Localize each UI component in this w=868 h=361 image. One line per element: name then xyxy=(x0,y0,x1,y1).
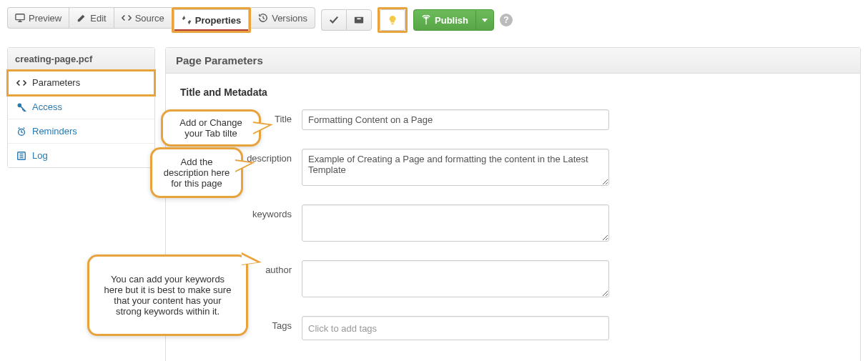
sidebar-item-label: Parameters xyxy=(32,77,80,88)
callout-title: Add or Change your Tab tilte xyxy=(161,109,261,147)
svg-rect-2 xyxy=(357,18,360,19)
preview-label: Preview xyxy=(29,13,61,24)
input-title[interactable] xyxy=(302,109,609,130)
key-icon xyxy=(16,102,26,112)
row-keywords: keywords xyxy=(180,204,846,242)
sidebar-item-parameters[interactable]: Parameters xyxy=(8,71,154,95)
edit-button[interactable]: Edit xyxy=(69,7,113,29)
svg-point-3 xyxy=(425,17,427,19)
tools-icon xyxy=(182,15,192,25)
svg-rect-0 xyxy=(16,14,24,20)
sidebar-item-label: Log xyxy=(32,150,48,161)
inbox-icon xyxy=(354,15,364,25)
antenna-icon xyxy=(421,15,431,25)
lightbulb-button[interactable] xyxy=(380,9,405,31)
versions-label: Versions xyxy=(272,13,307,24)
properties-highlight: Properties xyxy=(172,7,251,33)
sidebar: creating-page.pcf Parameters Access Remi… xyxy=(7,47,155,168)
view-mode-group: Preview Edit Source Properties xyxy=(7,7,315,33)
callout-description: Add the description here for this page xyxy=(150,147,243,198)
label-keywords: keywords xyxy=(180,204,302,219)
edit-label: Edit xyxy=(90,13,106,24)
source-label: Source xyxy=(135,13,164,24)
callout-keywords: You can add your keywords here but it is… xyxy=(87,254,248,336)
help-icon[interactable]: ? xyxy=(500,14,513,26)
publish-label: Publish xyxy=(435,15,468,26)
row-tags: Tags Click to add tags xyxy=(180,316,846,340)
check-button[interactable] xyxy=(321,9,346,31)
row-author: author xyxy=(180,260,846,297)
section-title: Title and Metadata xyxy=(180,86,846,98)
input-tags[interactable]: Click to add tags xyxy=(302,316,609,340)
caret-down-icon xyxy=(482,19,488,22)
input-author[interactable] xyxy=(302,260,609,297)
check-icon xyxy=(329,15,339,25)
code-icon xyxy=(122,13,132,23)
callout-text: You can add your keywords here but it is… xyxy=(104,274,232,317)
callout-text: Add or Change your Tab tilte xyxy=(179,117,242,139)
sidebar-item-log[interactable]: Log xyxy=(8,144,154,167)
properties-button[interactable]: Properties xyxy=(174,9,249,31)
sidebar-item-access[interactable]: Access xyxy=(8,95,154,119)
sidebar-item-label: Reminders xyxy=(32,126,77,137)
publish-dropdown-button[interactable] xyxy=(475,9,494,31)
row-title: Title xyxy=(180,109,846,130)
sidebar-filename: creating-page.pcf xyxy=(8,48,154,71)
input-keywords[interactable] xyxy=(302,204,609,242)
publish-group: Publish xyxy=(413,9,494,31)
history-icon xyxy=(258,13,268,23)
input-description[interactable] xyxy=(302,149,609,186)
content-body: Title and Metadata Title description key… xyxy=(166,74,860,361)
content-heading: Page Parameters xyxy=(166,48,860,74)
pencil-icon xyxy=(77,13,87,23)
sidebar-item-label: Access xyxy=(32,102,62,112)
callout-tail-icon xyxy=(242,252,262,265)
svg-rect-1 xyxy=(355,17,363,24)
lightbulb-highlight xyxy=(378,7,408,33)
lightbulb-icon xyxy=(388,15,398,25)
source-button[interactable]: Source xyxy=(114,7,172,29)
clock-icon xyxy=(16,127,26,137)
sidebar-item-reminders[interactable]: Reminders xyxy=(8,119,154,144)
content-panel: Page Parameters Title and Metadata Title… xyxy=(165,47,861,361)
callout-tail-icon xyxy=(235,159,255,172)
preview-button[interactable]: Preview xyxy=(7,7,69,29)
save-group xyxy=(321,9,372,31)
main-area: creating-page.pcf Parameters Access Remi… xyxy=(7,47,861,361)
monitor-icon xyxy=(15,13,25,23)
archive-button[interactable] xyxy=(346,9,372,31)
callout-tail-icon xyxy=(253,122,273,134)
publish-button[interactable]: Publish xyxy=(413,9,475,31)
code-icon xyxy=(16,78,26,88)
callout-text: Add the description here for this page xyxy=(164,157,230,189)
row-description: description xyxy=(180,149,846,186)
versions-button[interactable]: Versions xyxy=(251,7,315,29)
top-toolbar: Preview Edit Source Properties xyxy=(7,7,861,47)
properties-label: Properties xyxy=(195,15,241,26)
list-icon xyxy=(16,151,26,161)
